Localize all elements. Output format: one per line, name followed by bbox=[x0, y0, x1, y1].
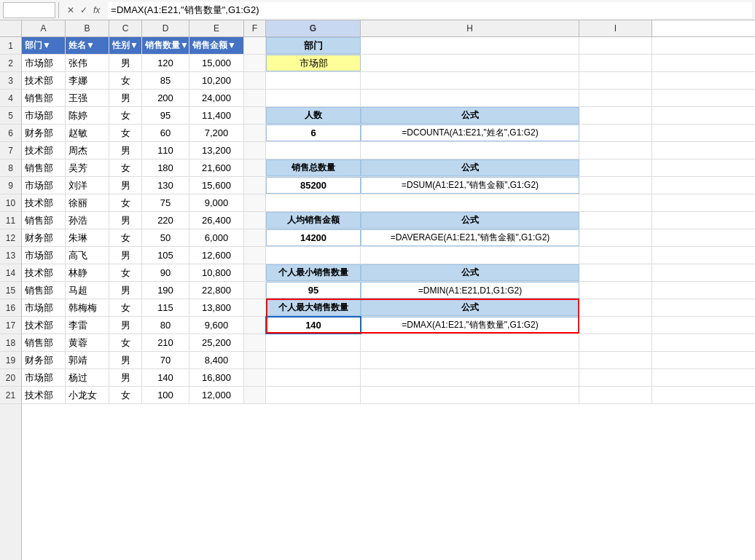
cell-i3[interactable] bbox=[579, 72, 652, 89]
cell-d19[interactable]: 70 bbox=[142, 352, 189, 368]
cell-c3[interactable]: 女 bbox=[109, 72, 142, 89]
cell-a1[interactable]: 部门▼ bbox=[22, 37, 66, 54]
col-header-b[interactable]: B bbox=[66, 20, 109, 36]
cell-e14[interactable]: 10,800 bbox=[189, 264, 244, 281]
cell-i17[interactable] bbox=[579, 317, 652, 334]
cell-e2[interactable]: 15,000 bbox=[189, 55, 244, 71]
cell-h1[interactable] bbox=[361, 37, 579, 54]
cell-h15[interactable]: =DMIN(A1:E21,D1,G1:G2) bbox=[361, 282, 579, 299]
cell-h13[interactable] bbox=[361, 247, 579, 264]
cell-f13[interactable] bbox=[244, 247, 266, 264]
cell-f11[interactable] bbox=[244, 212, 266, 229]
cell-d20[interactable]: 140 bbox=[142, 369, 189, 386]
cell-f4[interactable] bbox=[244, 90, 266, 106]
cell-i4[interactable] bbox=[579, 90, 652, 106]
cell-i11[interactable] bbox=[579, 212, 652, 229]
cell-e16[interactable]: 13,800 bbox=[189, 299, 244, 316]
cell-b17[interactable]: 李雷 bbox=[66, 317, 109, 334]
cell-d14[interactable]: 90 bbox=[142, 264, 189, 281]
cell-f3[interactable] bbox=[244, 72, 266, 89]
cell-b6[interactable]: 赵敏 bbox=[66, 125, 109, 141]
cell-a21[interactable]: 技术部 bbox=[22, 387, 66, 403]
cell-e15[interactable]: 22,800 bbox=[189, 282, 244, 299]
cell-a16[interactable]: 市场部 bbox=[22, 299, 66, 316]
cell-c2[interactable]: 男 bbox=[109, 55, 142, 71]
cell-i19[interactable] bbox=[579, 352, 652, 368]
cell-h20[interactable] bbox=[361, 369, 579, 386]
cell-b21[interactable]: 小龙女 bbox=[66, 387, 109, 403]
cell-d15[interactable]: 190 bbox=[142, 282, 189, 299]
cell-i8[interactable] bbox=[579, 159, 652, 176]
cell-d9[interactable]: 130 bbox=[142, 177, 189, 194]
cell-i18[interactable] bbox=[579, 334, 652, 351]
cell-h17[interactable]: =DMAX(A1:E21,"销售数量",G1:G2) bbox=[361, 317, 579, 334]
cell-a19[interactable]: 财务部 bbox=[22, 352, 66, 368]
cell-b1[interactable]: 姓名▼ bbox=[66, 37, 109, 54]
cell-d4[interactable]: 200 bbox=[142, 90, 189, 106]
cell-f18[interactable] bbox=[244, 334, 266, 351]
cell-e17[interactable]: 9,600 bbox=[189, 317, 244, 334]
col-header-f[interactable]: F bbox=[244, 20, 266, 36]
cell-g7[interactable] bbox=[266, 142, 361, 159]
cell-g14[interactable]: 个人最小销售数量 bbox=[266, 264, 361, 281]
cell-g10[interactable] bbox=[266, 194, 361, 211]
cell-c21[interactable]: 女 bbox=[109, 387, 142, 403]
cell-i2[interactable] bbox=[579, 55, 652, 71]
cell-f10[interactable] bbox=[244, 194, 266, 211]
cell-reference-box[interactable] bbox=[3, 2, 55, 18]
cell-c15[interactable]: 男 bbox=[109, 282, 142, 299]
cell-f9[interactable] bbox=[244, 177, 266, 194]
cell-b8[interactable]: 吴芳 bbox=[66, 159, 109, 176]
cell-g20[interactable] bbox=[266, 369, 361, 386]
cell-f20[interactable] bbox=[244, 369, 266, 386]
cell-d5[interactable]: 95 bbox=[142, 107, 189, 124]
cell-c9[interactable]: 男 bbox=[109, 177, 142, 194]
cell-f12[interactable] bbox=[244, 229, 266, 246]
cell-h10[interactable] bbox=[361, 194, 579, 211]
cell-f19[interactable] bbox=[244, 352, 266, 368]
cell-i13[interactable] bbox=[579, 247, 652, 264]
cell-h12[interactable]: =DAVERAGE(A1:E21,"销售金额",G1:G2) bbox=[361, 229, 579, 246]
cell-c8[interactable]: 女 bbox=[109, 159, 142, 176]
cell-a14[interactable]: 技术部 bbox=[22, 264, 66, 281]
cell-d17[interactable]: 80 bbox=[142, 317, 189, 334]
cell-f21[interactable] bbox=[244, 387, 266, 403]
cell-d6[interactable]: 60 bbox=[142, 125, 189, 141]
cell-d1[interactable]: 销售数量▼ bbox=[142, 37, 189, 54]
formula-input[interactable] bbox=[108, 2, 752, 18]
cell-b19[interactable]: 郭靖 bbox=[66, 352, 109, 368]
cell-g12[interactable]: 14200 bbox=[266, 229, 361, 246]
cell-c1[interactable]: 性别▼ bbox=[109, 37, 142, 54]
cell-g11[interactable]: 人均销售金额 bbox=[266, 212, 361, 229]
cell-c20[interactable]: 男 bbox=[109, 369, 142, 386]
cell-h21[interactable] bbox=[361, 387, 579, 403]
cell-c7[interactable]: 男 bbox=[109, 142, 142, 159]
cell-e13[interactable]: 12,600 bbox=[189, 247, 244, 264]
cell-c4[interactable]: 男 bbox=[109, 90, 142, 106]
cell-h3[interactable] bbox=[361, 72, 579, 89]
cell-b4[interactable]: 王强 bbox=[66, 90, 109, 106]
cell-c13[interactable]: 男 bbox=[109, 247, 142, 264]
cell-g1[interactable]: 部门 bbox=[266, 37, 361, 54]
cell-b2[interactable]: 张伟 bbox=[66, 55, 109, 71]
cell-g4[interactable] bbox=[266, 90, 361, 106]
cell-h8[interactable]: 公式 bbox=[361, 159, 579, 176]
cell-a17[interactable]: 技术部 bbox=[22, 317, 66, 334]
cell-b15[interactable]: 马超 bbox=[66, 282, 109, 299]
cell-g19[interactable] bbox=[266, 352, 361, 368]
cell-b10[interactable]: 徐丽 bbox=[66, 194, 109, 211]
cell-a10[interactable]: 技术部 bbox=[22, 194, 66, 211]
cell-a9[interactable]: 市场部 bbox=[22, 177, 66, 194]
cell-f7[interactable] bbox=[244, 142, 266, 159]
cell-a15[interactable]: 销售部 bbox=[22, 282, 66, 299]
cell-g2[interactable]: 市场部 bbox=[266, 55, 361, 71]
cell-c5[interactable]: 女 bbox=[109, 107, 142, 124]
cell-b3[interactable]: 李娜 bbox=[66, 72, 109, 89]
cell-i20[interactable] bbox=[579, 369, 652, 386]
cell-g18[interactable] bbox=[266, 334, 361, 351]
cell-e10[interactable]: 9,000 bbox=[189, 194, 244, 211]
cell-e11[interactable]: 26,400 bbox=[189, 212, 244, 229]
cell-i16[interactable] bbox=[579, 299, 652, 316]
cell-e3[interactable]: 10,200 bbox=[189, 72, 244, 89]
cell-f5[interactable] bbox=[244, 107, 266, 124]
